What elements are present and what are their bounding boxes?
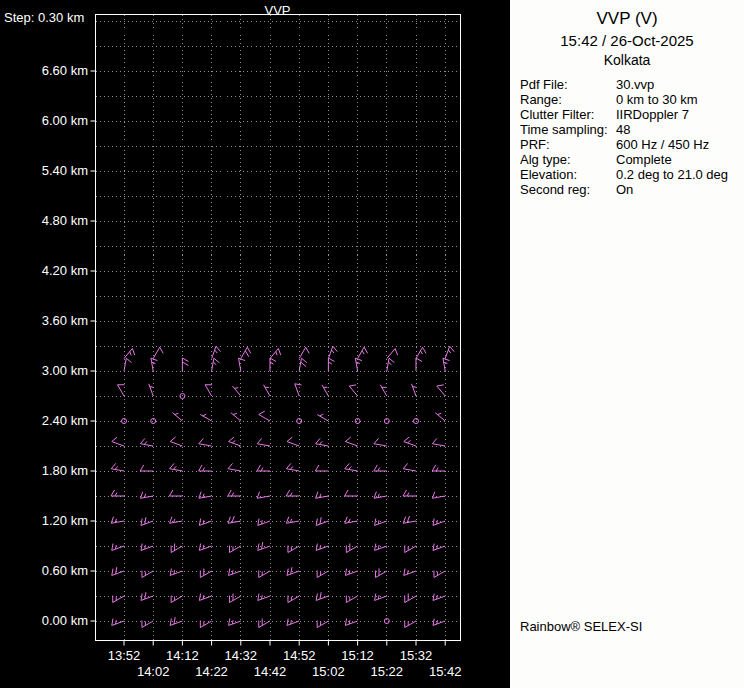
wind-barb-tick [199, 519, 200, 526]
wind-barb-shaft [328, 346, 332, 358]
wind-barb-halftick [130, 352, 131, 356]
wind-barb-shaft [345, 469, 358, 471]
wind-barb-tick [316, 544, 317, 551]
wind-barb-tick [416, 358, 422, 362]
wind-barb-halftick [349, 570, 350, 574]
wind-barb-halftick [413, 387, 417, 388]
wind-barb-shaft [113, 596, 124, 603]
wind-barb-tick [345, 437, 350, 441]
wind-barb-tick [345, 569, 346, 576]
wind-barb-halftick [328, 362, 331, 364]
panel-field-row: Range:0 km to 30 km [520, 92, 744, 107]
panel-field-row: Time sampling:48 [520, 122, 744, 137]
wind-barb-tick [437, 385, 444, 386]
panel-site-name: Kolkata [510, 52, 744, 68]
field-label: Clutter Filter: [520, 107, 616, 122]
wind-barb-shaft [432, 444, 445, 446]
wind-barb-shaft [317, 621, 328, 628]
wind-barb-tick [145, 592, 146, 599]
y-axis-label: 0.60 km [4, 563, 88, 579]
field-value: On [616, 182, 744, 197]
wind-barb-halftick [436, 468, 438, 471]
wind-barb-shaft [124, 349, 132, 359]
field-label: Range: [520, 92, 616, 107]
wind-barb-shaft [345, 571, 357, 575]
wind-barb-shaft [259, 571, 270, 578]
wind-barb-shaft [141, 521, 153, 525]
wind-barb-shaft [403, 469, 416, 471]
wind-barb-tick [333, 346, 337, 351]
wind-barb-shaft [230, 596, 241, 603]
wind-barb-tick [403, 490, 407, 496]
wind-barb-halftick [232, 440, 235, 443]
wind-barb-shaft [229, 442, 241, 446]
x-axis-label: 15:22 [363, 664, 411, 679]
wind-barb-halftick [174, 466, 177, 469]
wind-barb-shaft [287, 571, 299, 575]
wind-barb-shaft [171, 596, 182, 603]
wind-barb-shaft [387, 358, 389, 371]
wind-barb-shaft [375, 546, 387, 550]
wind-barb-halftick [408, 570, 409, 574]
panel-field-row: Alg type:Complete [520, 152, 744, 167]
wind-barb-shaft [345, 621, 357, 625]
wind-barb-halftick [320, 545, 321, 549]
wind-barb-shaft [299, 347, 306, 358]
info-panel: VVP (V) 15:42 / 26-Oct-2025 Kolkata Pdf … [510, 0, 744, 688]
wind-barb-shaft [433, 596, 445, 600]
wind-barb-tick [450, 346, 454, 351]
wind-barb-shaft [111, 521, 124, 523]
wind-barb-shaft [287, 442, 299, 446]
wind-barb-tick [403, 517, 405, 524]
x-axis-label: 13:52 [100, 648, 148, 663]
wind-barb-shaft [141, 596, 153, 600]
x-axis-label: 14:52 [275, 648, 323, 663]
x-axis-label: 15:42 [421, 664, 469, 679]
wind-barb-shaft [111, 469, 124, 471]
wind-barb-tick [228, 517, 230, 524]
wind-barb-shaft [259, 415, 270, 422]
wind-barb-halftick [408, 440, 411, 443]
wind-barb-tick [141, 594, 142, 601]
wind-barb-tick [216, 346, 220, 351]
wind-barb-shaft [212, 346, 216, 358]
wind-barb-shaft [288, 596, 299, 603]
wind-barb-shaft [316, 444, 329, 446]
wind-barb-shaft [124, 358, 126, 371]
y-axis-label: 3.00 km [4, 363, 88, 379]
y-axis-label: 4.20 km [4, 263, 88, 279]
wind-barb-tick [182, 362, 188, 366]
wind-barb-halftick [234, 388, 238, 389]
wind-barb-tick [141, 544, 142, 551]
wind-barb-halftick [437, 545, 438, 549]
wind-barb-shaft [346, 596, 357, 603]
wind-barb-tick [132, 349, 134, 356]
wind-barb-tick [374, 465, 378, 471]
wind-barb-shaft [230, 546, 241, 553]
wind-barb-shaft [112, 571, 124, 575]
wind-barb-halftick [144, 441, 147, 444]
wind-barb-tick [316, 492, 318, 499]
wind-barb-halftick [448, 350, 451, 353]
parameter-list: Pdf File:30.vvpRange:0 km to 30 kmClutte… [520, 77, 744, 197]
wind-barb-shaft [316, 496, 329, 498]
wind-barb-halftick [421, 351, 423, 354]
field-value: IIRDoppler 7 [616, 107, 744, 122]
wind-barb-tick [229, 569, 230, 576]
wind-barb-halftick [262, 520, 263, 524]
field-label: Pdf File: [520, 77, 616, 92]
wind-barb-shaft [349, 386, 357, 396]
wind-barb-shaft [288, 546, 299, 553]
wind-barb-tick [141, 519, 142, 526]
wind-barb-tick [320, 517, 321, 524]
wind-barb-tick [112, 569, 113, 576]
wind-barb-tick [182, 358, 188, 362]
wind-barb-shaft [287, 621, 299, 625]
field-value: 48 [616, 122, 744, 137]
y-axis-label: 2.40 km [4, 413, 88, 429]
wind-barb-shaft [205, 385, 212, 396]
wind-barb-shaft [140, 496, 153, 498]
wind-barb-shaft [170, 571, 182, 575]
wind-barb-tick [375, 519, 376, 526]
wind-barb-tick [432, 438, 436, 443]
